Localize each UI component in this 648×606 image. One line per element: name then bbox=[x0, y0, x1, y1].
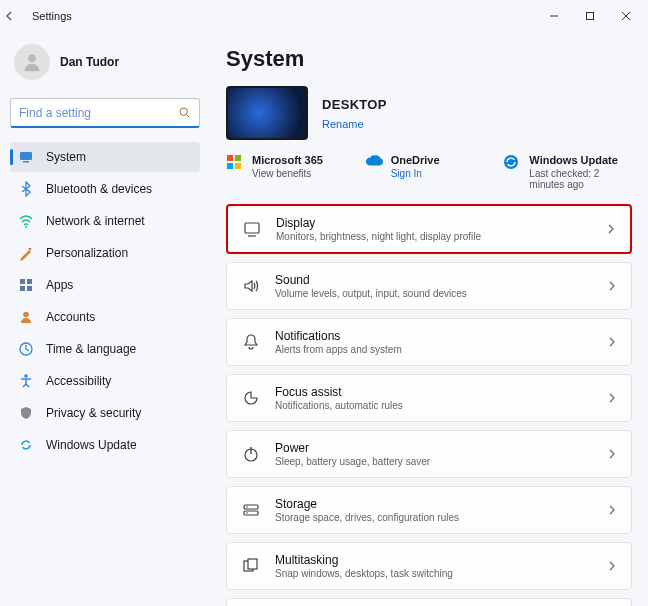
m365-icon bbox=[226, 154, 244, 172]
svg-point-3 bbox=[180, 108, 187, 115]
back-button[interactable] bbox=[4, 10, 28, 22]
titlebar: Settings bbox=[0, 0, 648, 32]
sidebar-item-system[interactable]: System bbox=[10, 142, 200, 172]
search-input-wrap[interactable] bbox=[10, 98, 200, 128]
svg-rect-21 bbox=[245, 223, 259, 233]
svg-rect-25 bbox=[244, 505, 258, 509]
card-title: Notifications bbox=[275, 329, 593, 343]
card-notifications[interactable]: Notifications Alerts from apps and syste… bbox=[226, 318, 632, 366]
svg-rect-6 bbox=[23, 161, 29, 163]
chevron-right-icon bbox=[606, 224, 616, 234]
svg-rect-19 bbox=[235, 163, 241, 169]
svg-point-15 bbox=[24, 374, 28, 378]
sidebar-item-accessibility[interactable]: Accessibility bbox=[10, 366, 200, 396]
svg-rect-26 bbox=[244, 511, 258, 515]
chevron-right-icon bbox=[607, 393, 617, 403]
tile-update[interactable]: Windows Update Last checked: 2 minutes a… bbox=[503, 154, 632, 190]
network-icon bbox=[18, 213, 34, 229]
nav: SystemBluetooth & devicesNetwork & inter… bbox=[10, 142, 200, 460]
sidebar-item-time[interactable]: Time & language bbox=[10, 334, 200, 364]
sidebar-item-accounts[interactable]: Accounts bbox=[10, 302, 200, 332]
card-activation[interactable]: Activation Activation state, subscriptio… bbox=[226, 598, 632, 606]
page-title: System bbox=[226, 46, 632, 72]
accessibility-icon bbox=[18, 373, 34, 389]
svg-rect-12 bbox=[27, 286, 32, 291]
card-sub: Monitors, brightness, night light, displ… bbox=[276, 231, 592, 242]
tile-m365[interactable]: Microsoft 365 View benefits bbox=[226, 154, 355, 190]
system-icon bbox=[18, 149, 34, 165]
profile[interactable]: Dan Tudor bbox=[10, 36, 200, 94]
svg-point-28 bbox=[246, 512, 248, 514]
sound-icon bbox=[241, 276, 261, 296]
svg-rect-16 bbox=[227, 155, 233, 161]
svg-rect-30 bbox=[248, 559, 257, 569]
sidebar-item-privacy[interactable]: Privacy & security bbox=[10, 398, 200, 428]
card-focus[interactable]: Focus assist Notifications, automatic ru… bbox=[226, 374, 632, 422]
close-button[interactable] bbox=[608, 2, 644, 30]
svg-rect-17 bbox=[235, 155, 241, 161]
tile-title: Microsoft 365 bbox=[252, 154, 323, 166]
svg-line-4 bbox=[187, 115, 190, 118]
sidebar-item-personalization[interactable]: Personalization bbox=[10, 238, 200, 268]
time-icon bbox=[18, 341, 34, 357]
power-icon bbox=[241, 444, 261, 464]
rename-link[interactable]: Rename bbox=[322, 118, 387, 130]
sidebar: Dan Tudor SystemBluetooth & devicesNetwo… bbox=[0, 32, 210, 606]
sidebar-item-label: Privacy & security bbox=[46, 406, 141, 420]
card-power[interactable]: Power Sleep, battery usage, battery save… bbox=[226, 430, 632, 478]
search-icon bbox=[178, 106, 191, 119]
minimize-button[interactable] bbox=[536, 2, 572, 30]
svg-rect-5 bbox=[20, 152, 32, 160]
onedrive-icon bbox=[365, 154, 383, 172]
avatar bbox=[14, 44, 50, 80]
sidebar-item-label: Time & language bbox=[46, 342, 136, 356]
sidebar-item-label: Apps bbox=[46, 278, 73, 292]
svg-rect-18 bbox=[227, 163, 233, 169]
sidebar-item-label: Bluetooth & devices bbox=[46, 182, 152, 196]
svg-rect-10 bbox=[27, 279, 32, 284]
card-storage[interactable]: Storage Storage space, drives, configura… bbox=[226, 486, 632, 534]
focus-icon bbox=[241, 388, 261, 408]
tile-sub: View benefits bbox=[252, 168, 323, 179]
card-title: Display bbox=[276, 216, 592, 230]
card-title: Power bbox=[275, 441, 593, 455]
sidebar-item-label: System bbox=[46, 150, 86, 164]
tile-onedrive[interactable]: OneDrive Sign In bbox=[365, 154, 494, 190]
sidebar-item-update[interactable]: Windows Update bbox=[10, 430, 200, 460]
sidebar-item-apps[interactable]: Apps bbox=[10, 270, 200, 300]
accounts-icon bbox=[18, 309, 34, 325]
chevron-right-icon bbox=[607, 449, 617, 459]
svg-point-2 bbox=[28, 54, 36, 62]
main: System DESKTOP Rename Microsoft 365 View… bbox=[210, 32, 648, 606]
svg-rect-9 bbox=[20, 279, 25, 284]
svg-rect-1 bbox=[587, 13, 594, 20]
card-multitasking[interactable]: Multitasking Snap windows, desktops, tas… bbox=[226, 542, 632, 590]
notifications-icon bbox=[241, 332, 261, 352]
privacy-icon bbox=[18, 405, 34, 421]
sidebar-item-network[interactable]: Network & internet bbox=[10, 206, 200, 236]
personalization-icon bbox=[18, 245, 34, 261]
sidebar-item-label: Personalization bbox=[46, 246, 128, 260]
sidebar-item-label: Accessibility bbox=[46, 374, 111, 388]
sidebar-item-bluetooth[interactable]: Bluetooth & devices bbox=[10, 174, 200, 204]
card-sub: Volume levels, output, input, sound devi… bbox=[275, 288, 593, 299]
card-title: Multitasking bbox=[275, 553, 593, 567]
chevron-right-icon bbox=[607, 505, 617, 515]
svg-rect-8 bbox=[29, 248, 32, 251]
card-sub: Snap windows, desktops, task switching bbox=[275, 568, 593, 579]
card-title: Focus assist bbox=[275, 385, 593, 399]
sidebar-item-label: Accounts bbox=[46, 310, 95, 324]
device-thumb[interactable] bbox=[226, 86, 308, 140]
card-sound[interactable]: Sound Volume levels, output, input, soun… bbox=[226, 262, 632, 310]
maximize-button[interactable] bbox=[572, 2, 608, 30]
card-sub: Notifications, automatic rules bbox=[275, 400, 593, 411]
card-sub: Sleep, battery usage, battery saver bbox=[275, 456, 593, 467]
card-title: Sound bbox=[275, 273, 593, 287]
svg-point-27 bbox=[246, 506, 248, 508]
search-input[interactable] bbox=[19, 106, 178, 120]
card-display[interactable]: Display Monitors, brightness, night ligh… bbox=[226, 204, 632, 254]
tile-sub[interactable]: Sign In bbox=[391, 168, 440, 179]
tile-title: Windows Update bbox=[529, 154, 632, 166]
bluetooth-icon bbox=[18, 181, 34, 197]
device-row: DESKTOP Rename bbox=[226, 86, 632, 140]
